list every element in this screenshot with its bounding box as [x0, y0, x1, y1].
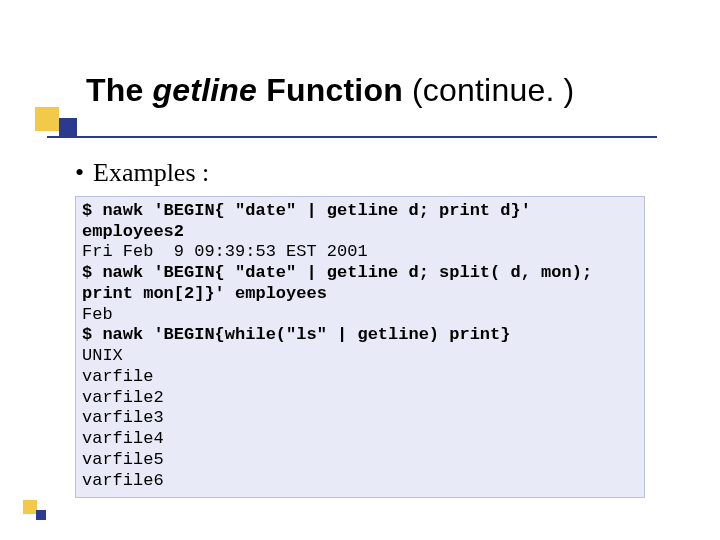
- code-cmd-2: $ nawk 'BEGIN{ "date" | getline d; split…: [82, 263, 602, 303]
- code-cmd-1: $ nawk 'BEGIN{ "date" | getline d; print…: [82, 201, 541, 241]
- code-out-2: Feb: [82, 305, 113, 324]
- code-out-1: Fri Feb 9 09:39:53 EST 2001: [82, 242, 368, 261]
- title-word-continue: (continue. ): [412, 72, 574, 108]
- decor-yellow-bottom: [23, 500, 37, 514]
- code-out-3g: varfile6: [82, 471, 164, 490]
- title-word-getline: getline: [153, 72, 258, 108]
- slide: The getline Function (continue. ) •Examp…: [0, 0, 720, 540]
- decor-title-rule: [47, 136, 657, 138]
- title-word-function: Function: [257, 72, 412, 108]
- code-out-3c: varfile2: [82, 388, 164, 407]
- bullet-dot: •: [75, 158, 93, 188]
- code-out-3f: varfile5: [82, 450, 164, 469]
- code-out-3e: varfile4: [82, 429, 164, 448]
- decor-navy-bottom: [36, 510, 46, 520]
- decor-navy-top: [59, 118, 77, 136]
- slide-title: The getline Function (continue. ): [86, 72, 574, 109]
- code-example-box: $ nawk 'BEGIN{ "date" | getline d; print…: [75, 196, 645, 498]
- code-out-3d: varfile3: [82, 408, 164, 427]
- code-out-3b: varfile: [82, 367, 153, 386]
- title-word-the: The: [86, 72, 153, 108]
- decor-yellow-top: [35, 107, 59, 131]
- bullet-line: •Examples :: [75, 158, 209, 188]
- code-cmd-3: $ nawk 'BEGIN{while("ls" | getline) prin…: [82, 325, 510, 344]
- code-out-3a: UNIX: [82, 346, 123, 365]
- bullet-text: Examples :: [93, 158, 209, 187]
